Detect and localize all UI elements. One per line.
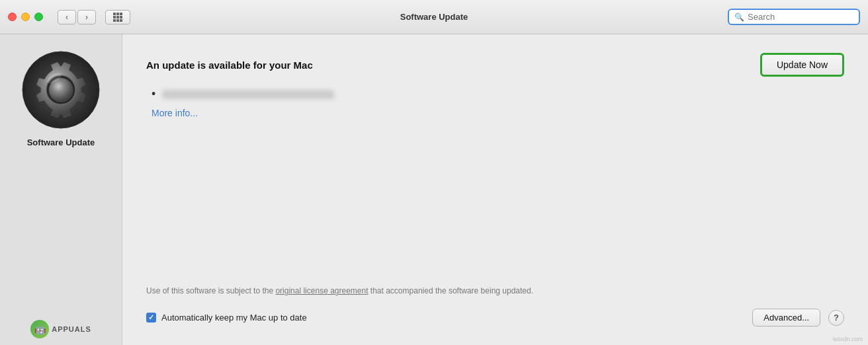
window-title: Software Update	[400, 12, 468, 22]
back-button[interactable]: ‹	[58, 10, 76, 24]
license-text-part2: that accompanied the software being upda…	[369, 286, 534, 295]
help-button[interactable]: ?	[828, 310, 844, 326]
grid-icon	[113, 13, 122, 22]
grid-view-button[interactable]	[105, 10, 130, 24]
gear-svg	[21, 50, 101, 130]
maximize-button[interactable]	[34, 13, 43, 21]
bottom-row: ✓ Automatically keep my Mac up to date A…	[146, 309, 844, 326]
sidebar: Software Update 🤖 APPUALS	[0, 34, 122, 345]
appuals-text: APPUALS	[52, 325, 91, 333]
search-bar[interactable]: 🔍	[728, 9, 860, 25]
auto-update-checkbox[interactable]: ✓	[146, 313, 156, 323]
traffic-lights	[8, 13, 43, 21]
update-available-title: An update is available for your Mac	[146, 59, 313, 71]
wsxdn-watermark: wsxdn.com	[833, 336, 863, 342]
search-input[interactable]	[748, 12, 853, 22]
minimize-button[interactable]	[21, 13, 30, 21]
auto-update-checkbox-container[interactable]: ✓ Automatically keep my Mac up to date	[146, 313, 307, 323]
checkmark-icon: ✓	[148, 313, 154, 322]
bullet-point: •	[152, 87, 155, 101]
main-container: Software Update 🤖 APPUALS An update is a…	[0, 34, 868, 345]
nav-buttons: ‹ ›	[58, 10, 96, 24]
wsxdn-text: wsxdn.com	[833, 336, 863, 342]
appuals-logo: 🤖	[30, 320, 49, 338]
update-header-row: An update is available for your Mac Upda…	[146, 53, 844, 77]
sidebar-label: Software Update	[27, 137, 95, 147]
close-button[interactable]	[8, 13, 17, 21]
forward-button[interactable]: ›	[77, 10, 96, 24]
search-icon: 🔍	[734, 13, 744, 22]
auto-update-label: Automatically keep my Mac up to date	[161, 313, 307, 323]
update-item-text	[162, 90, 334, 99]
content-area: An update is available for your Mac Upda…	[122, 34, 868, 345]
license-text-part1: Use of this software is subject to the	[146, 286, 275, 295]
advanced-button[interactable]: Advanced...	[752, 309, 820, 326]
more-info-link[interactable]: More info...	[152, 108, 844, 118]
software-update-icon	[21, 50, 101, 130]
update-item-row: •	[152, 87, 844, 101]
update-now-button[interactable]: Update Now	[760, 53, 844, 77]
title-bar: ‹ › Software Update 🔍	[0, 0, 868, 34]
license-text: Use of this software is subject to the o…	[146, 285, 556, 297]
license-link[interactable]: original license agreement	[275, 286, 368, 295]
